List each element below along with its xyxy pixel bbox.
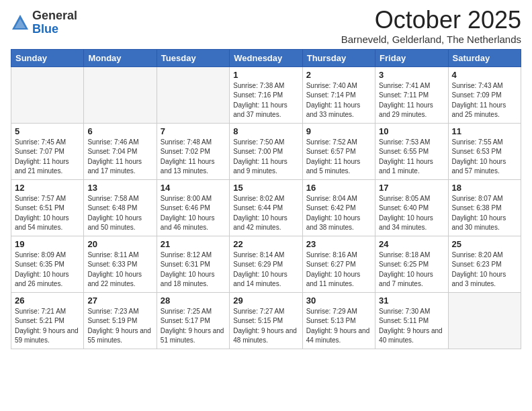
day-info: Sunrise: 7:40 AM Sunset: 7:14 PM Dayligh… xyxy=(306,81,371,120)
day-number: 14 xyxy=(161,183,226,193)
location-title: Barneveld, Gelderland, The Netherlands xyxy=(341,34,521,45)
col-friday: Friday xyxy=(375,49,448,66)
day-number: 9 xyxy=(306,126,371,136)
logo-text: General Blue xyxy=(32,9,77,36)
day-number: 16 xyxy=(306,183,371,193)
col-sunday: Sunday xyxy=(11,49,84,66)
day-number: 7 xyxy=(161,126,226,136)
col-saturday: Saturday xyxy=(448,49,521,66)
day-info: Sunrise: 8:14 AM Sunset: 6:29 PM Dayligh… xyxy=(233,250,298,289)
calendar-cell: 31Sunrise: 7:30 AM Sunset: 5:11 PM Dayli… xyxy=(375,292,448,349)
calendar-cell: 23Sunrise: 8:16 AM Sunset: 6:27 PM Dayli… xyxy=(302,236,375,292)
day-info: Sunrise: 8:05 AM Sunset: 6:40 PM Dayligh… xyxy=(379,194,444,233)
calendar-week-row: 26Sunrise: 7:21 AM Sunset: 5:21 PM Dayli… xyxy=(11,292,521,349)
calendar-cell xyxy=(84,66,157,123)
calendar-cell: 14Sunrise: 8:00 AM Sunset: 6:46 PM Dayli… xyxy=(157,179,229,236)
day-number: 30 xyxy=(306,295,371,306)
calendar-cell: 21Sunrise: 8:12 AM Sunset: 6:31 PM Dayli… xyxy=(157,236,229,292)
calendar-cell: 13Sunrise: 7:58 AM Sunset: 6:48 PM Dayli… xyxy=(84,179,157,236)
title-block: October 2025 Barneveld, Gelderland, The … xyxy=(341,7,521,45)
day-info: Sunrise: 7:30 AM Sunset: 5:11 PM Dayligh… xyxy=(379,307,444,346)
day-info: Sunrise: 7:38 AM Sunset: 7:16 PM Dayligh… xyxy=(233,81,298,120)
day-number: 17 xyxy=(379,183,444,193)
header: General Blue October 2025 Barneveld, Gel… xyxy=(11,7,521,45)
day-info: Sunrise: 7:25 AM Sunset: 5:17 PM Dayligh… xyxy=(161,307,226,346)
day-number: 25 xyxy=(452,239,517,249)
day-number: 27 xyxy=(87,295,152,306)
day-number: 23 xyxy=(306,239,371,249)
day-number: 24 xyxy=(379,239,444,249)
day-info: Sunrise: 8:18 AM Sunset: 6:25 PM Dayligh… xyxy=(379,250,444,289)
day-number: 3 xyxy=(379,70,444,80)
day-info: Sunrise: 8:00 AM Sunset: 6:46 PM Dayligh… xyxy=(161,194,226,233)
calendar-week-row: 12Sunrise: 7:57 AM Sunset: 6:51 PM Dayli… xyxy=(11,179,521,236)
col-tuesday: Tuesday xyxy=(157,49,229,66)
day-info: Sunrise: 8:11 AM Sunset: 6:33 PM Dayligh… xyxy=(87,250,152,289)
calendar-cell: 24Sunrise: 8:18 AM Sunset: 6:25 PM Dayli… xyxy=(375,236,448,292)
day-number: 1 xyxy=(233,70,298,80)
col-monday: Monday xyxy=(84,49,157,66)
calendar-cell: 18Sunrise: 8:07 AM Sunset: 6:38 PM Dayli… xyxy=(448,179,521,236)
logo-blue: Blue xyxy=(32,22,58,36)
day-number: 28 xyxy=(161,295,226,306)
day-info: Sunrise: 7:23 AM Sunset: 5:19 PM Dayligh… xyxy=(87,307,152,346)
day-number: 20 xyxy=(87,239,152,249)
day-number: 2 xyxy=(306,70,371,80)
logo-icon xyxy=(11,13,30,32)
calendar-cell: 11Sunrise: 7:55 AM Sunset: 6:53 PM Dayli… xyxy=(448,123,521,179)
calendar-cell: 10Sunrise: 7:53 AM Sunset: 6:55 PM Dayli… xyxy=(375,123,448,179)
day-number: 19 xyxy=(15,239,80,249)
calendar-cell: 2Sunrise: 7:40 AM Sunset: 7:14 PM Daylig… xyxy=(302,66,375,123)
calendar-cell: 1Sunrise: 7:38 AM Sunset: 7:16 PM Daylig… xyxy=(230,66,302,123)
day-info: Sunrise: 7:57 AM Sunset: 6:51 PM Dayligh… xyxy=(15,194,80,233)
day-info: Sunrise: 7:55 AM Sunset: 6:53 PM Dayligh… xyxy=(452,138,517,177)
calendar-cell: 8Sunrise: 7:50 AM Sunset: 7:00 PM Daylig… xyxy=(230,123,302,179)
day-info: Sunrise: 8:09 AM Sunset: 6:35 PM Dayligh… xyxy=(15,250,80,289)
calendar-cell xyxy=(157,66,229,123)
calendar-cell: 29Sunrise: 7:27 AM Sunset: 5:15 PM Dayli… xyxy=(230,292,302,349)
day-info: Sunrise: 7:50 AM Sunset: 7:00 PM Dayligh… xyxy=(233,138,298,177)
day-info: Sunrise: 8:12 AM Sunset: 6:31 PM Dayligh… xyxy=(161,250,226,289)
day-info: Sunrise: 7:52 AM Sunset: 6:57 PM Dayligh… xyxy=(306,138,371,177)
page: General Blue October 2025 Barneveld, Gel… xyxy=(0,0,532,411)
calendar-cell: 26Sunrise: 7:21 AM Sunset: 5:21 PM Dayli… xyxy=(11,292,84,349)
calendar-cell: 4Sunrise: 7:43 AM Sunset: 7:09 PM Daylig… xyxy=(448,66,521,123)
day-info: Sunrise: 8:07 AM Sunset: 6:38 PM Dayligh… xyxy=(452,194,517,233)
col-wednesday: Wednesday xyxy=(230,49,302,66)
calendar-cell xyxy=(448,292,521,349)
logo: General Blue xyxy=(11,9,77,36)
day-number: 5 xyxy=(15,126,80,136)
day-info: Sunrise: 7:27 AM Sunset: 5:15 PM Dayligh… xyxy=(233,307,298,346)
calendar-header-row: Sunday Monday Tuesday Wednesday Thursday… xyxy=(11,49,521,66)
day-info: Sunrise: 7:53 AM Sunset: 6:55 PM Dayligh… xyxy=(379,138,444,177)
calendar-cell: 17Sunrise: 8:05 AM Sunset: 6:40 PM Dayli… xyxy=(375,179,448,236)
col-thursday: Thursday xyxy=(302,49,375,66)
day-number: 8 xyxy=(233,126,298,136)
day-info: Sunrise: 8:02 AM Sunset: 6:44 PM Dayligh… xyxy=(233,194,298,233)
day-info: Sunrise: 7:21 AM Sunset: 5:21 PM Dayligh… xyxy=(15,307,80,346)
month-title: October 2025 xyxy=(341,7,521,34)
day-info: Sunrise: 8:20 AM Sunset: 6:23 PM Dayligh… xyxy=(452,250,517,289)
day-info: Sunrise: 7:45 AM Sunset: 7:07 PM Dayligh… xyxy=(15,138,80,177)
day-number: 13 xyxy=(87,183,152,193)
day-number: 29 xyxy=(233,295,298,306)
calendar-cell: 7Sunrise: 7:48 AM Sunset: 7:02 PM Daylig… xyxy=(157,123,229,179)
day-info: Sunrise: 7:41 AM Sunset: 7:11 PM Dayligh… xyxy=(379,81,444,120)
day-number: 22 xyxy=(233,239,298,249)
calendar-cell: 3Sunrise: 7:41 AM Sunset: 7:11 PM Daylig… xyxy=(375,66,448,123)
day-number: 10 xyxy=(379,126,444,136)
calendar-cell: 20Sunrise: 8:11 AM Sunset: 6:33 PM Dayli… xyxy=(84,236,157,292)
day-info: Sunrise: 7:48 AM Sunset: 7:02 PM Dayligh… xyxy=(161,138,226,177)
day-number: 21 xyxy=(161,239,226,249)
calendar-cell xyxy=(11,66,84,123)
day-info: Sunrise: 7:46 AM Sunset: 7:04 PM Dayligh… xyxy=(87,138,152,177)
day-info: Sunrise: 8:04 AM Sunset: 6:42 PM Dayligh… xyxy=(306,194,371,233)
calendar-cell: 30Sunrise: 7:29 AM Sunset: 5:13 PM Dayli… xyxy=(302,292,375,349)
day-number: 6 xyxy=(87,126,152,136)
calendar-cell: 16Sunrise: 8:04 AM Sunset: 6:42 PM Dayli… xyxy=(302,179,375,236)
day-number: 31 xyxy=(379,295,444,306)
logo-general: General xyxy=(32,9,77,22)
calendar-cell: 12Sunrise: 7:57 AM Sunset: 6:51 PM Dayli… xyxy=(11,179,84,236)
calendar-cell: 22Sunrise: 8:14 AM Sunset: 6:29 PM Dayli… xyxy=(230,236,302,292)
calendar-cell: 15Sunrise: 8:02 AM Sunset: 6:44 PM Dayli… xyxy=(230,179,302,236)
